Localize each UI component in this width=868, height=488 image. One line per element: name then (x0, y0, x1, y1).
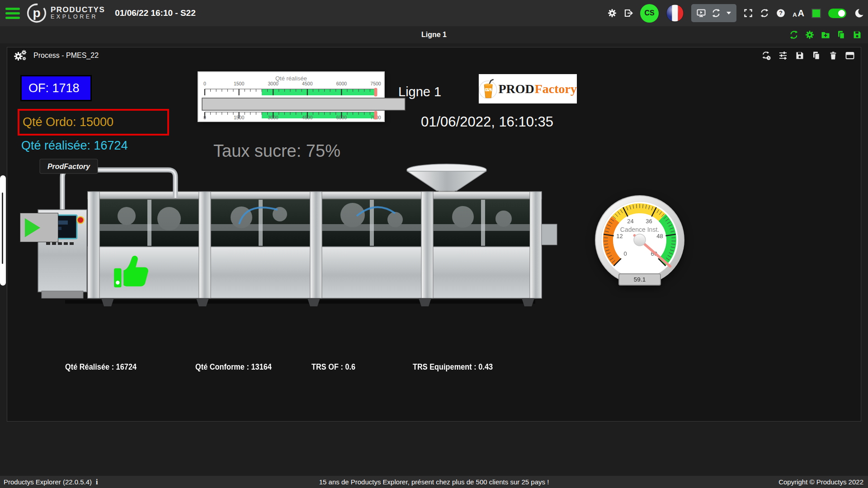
metric-qte-conforme: Qté Conforme : 13164 (195, 362, 272, 372)
process-gears-icon (14, 50, 29, 61)
footer: Productys Explorer (22.0.5.4) i 15 ans d… (0, 476, 868, 488)
play-icon (25, 218, 40, 237)
drawer-handle-groove (2, 192, 3, 264)
panel-body: OF: 1718 Qté Ordo: 15000 Qté réalisée: 1… (7, 64, 861, 421)
panel-header: Process - PMES_22 (7, 47, 861, 64)
settings-gear-icon[interactable] (608, 9, 617, 18)
auto-refresh-icon[interactable] (712, 9, 721, 18)
info-icon[interactable]: i (96, 478, 98, 486)
window-panel-icon[interactable] (845, 51, 854, 60)
of-number-display: OF: 1718 (20, 75, 92, 101)
productys-logo-icon: p (26, 3, 47, 23)
svg-text:59.1: 59.1 (634, 276, 646, 283)
metric-trs-equipement: TRS Equipement : 0.43 (413, 362, 493, 372)
svg-text:p: p (33, 5, 40, 20)
save-panel-icon[interactable] (795, 51, 804, 60)
svg-text:12: 12 (616, 233, 623, 239)
svg-text:0: 0 (203, 81, 206, 86)
panel-title: Process - PMES_22 (33, 52, 99, 60)
font-size-control[interactable]: AA (793, 9, 804, 18)
svg-text:4500: 4500 (302, 115, 313, 120)
side-drawer-handle[interactable] (0, 175, 6, 286)
svg-text:0: 0 (203, 115, 206, 120)
svg-text:3000: 3000 (268, 115, 279, 120)
datetime-display: 01/06/2022, 16:10:35 (421, 114, 553, 130)
refresh-page-icon[interactable] (789, 30, 798, 39)
logo-text-factory: Factory (535, 82, 577, 96)
refresh-icon[interactable] (760, 9, 769, 18)
productys-logo[interactable]: p PRODUCTYS EXPLORER (26, 3, 105, 23)
toggle-knob (838, 10, 845, 17)
qte-ordo-display: Qté Ordo: 15000 (18, 109, 169, 136)
logo-text-prod: PROD (498, 82, 534, 96)
svg-text:24: 24 (627, 218, 633, 225)
svg-text:48: 48 (656, 233, 663, 239)
paste-icon[interactable] (837, 30, 846, 39)
help-icon[interactable] (776, 9, 785, 18)
qte-realisee-display: Qté réalisée: 16724 (21, 139, 128, 153)
svg-text:6000: 6000 (336, 115, 347, 120)
machine-brand-sign: ProdFactory (47, 163, 90, 170)
brand-name: PRODUCTYS (51, 6, 105, 14)
filter-sliders-icon[interactable] (778, 51, 788, 60)
svg-text:Cadence Inst.: Cadence Inst. (620, 226, 659, 233)
play-button[interactable] (20, 213, 58, 242)
taux-sucre-label: Taux sucre: 75% (213, 141, 340, 161)
user-avatar[interactable]: CS (640, 4, 659, 23)
add-folder-icon[interactable] (821, 30, 830, 39)
display-refresh-group-button[interactable] (691, 4, 736, 22)
topbar-datetime: 01/06/22 16:10 - S22 (115, 8, 196, 18)
app-window: p PRODUCTYS EXPLORER 01/06/22 16:10 - S2… (0, 0, 868, 488)
tab-title: Ligne 1 (421, 31, 447, 39)
brand-sub: EXPLORER (51, 14, 105, 20)
page-settings-gear-icon[interactable] (805, 30, 814, 39)
topbar: p PRODUCTYS EXPLORER 01/06/22 16:10 - S2… (0, 0, 868, 26)
copyright: Copyright © Productys 2022 (778, 478, 863, 486)
chevron-down-icon[interactable] (726, 12, 731, 14)
svg-text:3000: 3000 (268, 81, 279, 86)
theme-toggle[interactable] (828, 9, 846, 18)
svg-text:6000: 6000 (336, 81, 347, 86)
line-name-label: Ligne 1 (398, 84, 441, 99)
svg-text:1500: 1500 (234, 115, 245, 120)
delete-panel-icon[interactable] (829, 51, 838, 60)
prodfactory-logo: PRODFactory (479, 74, 577, 103)
qte-realisee-linear-gauge: Qté réalisée0150030004500600075000150030… (198, 72, 384, 121)
process-panel: Process - PMES_22 OF: 1718 Qté Ordo: 150… (7, 47, 861, 422)
refresh-interval-icon[interactable] (762, 51, 771, 60)
logout-icon[interactable] (624, 9, 633, 18)
menu-button[interactable] (5, 8, 20, 19)
copy-panel-icon[interactable] (812, 51, 821, 60)
svg-text:7500: 7500 (370, 81, 381, 86)
footer-banner: 15 ans de Productys Explorer, présent ch… (319, 478, 549, 486)
monitor-play-icon[interactable] (697, 9, 706, 18)
save-page-icon[interactable] (853, 30, 862, 39)
cadence-circular-gauge: 01224364860Cadence Inst.59.1 (594, 194, 686, 290)
dark-mode-moon-icon[interactable] (854, 8, 863, 18)
svg-text:36: 36 (646, 218, 652, 225)
metric-qte-realisee: Qté Réalisée : 16724 (65, 362, 137, 372)
qte-ordo-text: Qté Ordo: 15000 (23, 115, 113, 129)
app-version: Productys Explorer (22.0.5.4) (4, 478, 92, 486)
juice-cup-icon (479, 75, 498, 103)
thumbs-up-status-icon (111, 253, 153, 291)
svg-text:1500: 1500 (234, 81, 245, 86)
svg-text:4500: 4500 (302, 81, 313, 86)
metric-trs-of: TRS OF : 0.6 (311, 362, 355, 372)
status-color-square[interactable] (811, 9, 821, 18)
svg-text:0: 0 (624, 250, 627, 257)
tab-bar: Ligne 1 (0, 26, 868, 43)
language-flag-icon[interactable] (666, 4, 684, 22)
fullscreen-icon[interactable] (744, 9, 753, 18)
